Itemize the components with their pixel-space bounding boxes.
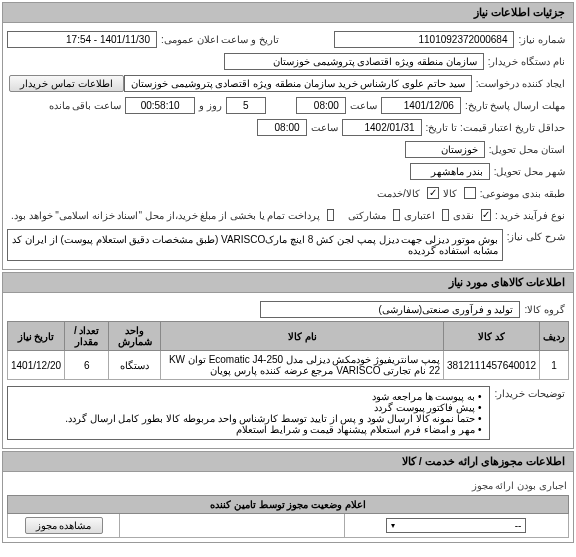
license-table: اعلام وضعیت مجوز توسط تامین کننده -- ▾ م… — [7, 495, 569, 538]
credit-checkbox[interactable] — [442, 209, 449, 221]
licenses-body: اجباری بودن ارائه مجوز اعلام وضعیت مجوز … — [3, 472, 573, 542]
cb2-label: کالا/خدمت — [373, 188, 424, 199]
creator-label: ایجاد کننده درخواست: — [472, 78, 569, 89]
col-row: ردیف — [540, 322, 569, 351]
goods-table: ردیف کد کالا نام کالا واحد شمارش تعداد /… — [7, 321, 569, 380]
province-value: خوزستان — [405, 141, 485, 158]
deadline-label: مهلت ارسال پاسخ تاریخ: — [461, 100, 569, 111]
cell-date: 1401/12/20 — [8, 351, 65, 380]
mandatory-label: اجباری بودن ارائه مجوز — [7, 476, 569, 495]
need-info-body: شماره نیاز: 1101092372000684 تاریخ و ساع… — [3, 23, 573, 269]
buyer-notes-label: توضیحات خریدار: — [490, 384, 569, 399]
bullet-item: به پیوست ها مراجعه شود — [16, 391, 481, 402]
supply-method-label: طبقه بندی موضوعی: — [476, 188, 569, 199]
announce-label: تاریخ و ساعت اعلان عمومی: — [157, 34, 283, 45]
announce-value: 1401/11/30 - 17:54 — [7, 31, 157, 48]
bt1-label: نقدی — [449, 210, 478, 221]
time-label-2: ساعت — [307, 122, 342, 133]
goods-header: اطلاعات کالاهای مورد نیاز — [3, 273, 573, 293]
goods-body: گروه کالا: تولید و فرآوری صنعتی(سفارشی) … — [3, 293, 573, 448]
group-value: تولید و فرآوری صنعتی(سفارشی) — [260, 301, 520, 318]
remain-label: ساعت باقی مانده — [45, 100, 126, 111]
goods-checkbox[interactable] — [464, 187, 476, 199]
buyer-label: نام دستگاه خریدار: — [484, 56, 569, 67]
goods-service-checkbox[interactable] — [427, 187, 439, 199]
treasury-note-checkbox[interactable] — [327, 209, 334, 221]
city-label: شهر محل تحویل: — [490, 166, 569, 177]
province-label: استان محل تحویل: — [485, 144, 569, 155]
bullet-item: پیش فاکتور پیوست گردد — [16, 402, 481, 413]
col-name: نام کالا — [161, 322, 444, 351]
select-value: -- — [515, 520, 522, 531]
cb1-label: کالا — [439, 188, 461, 199]
bullet-item: حتما نمونه کالا ارسال شود و پس از تایید … — [16, 413, 481, 424]
license-status-select[interactable]: -- ▾ — [386, 518, 526, 533]
chevron-down-icon: ▾ — [391, 521, 395, 530]
buyer-value: سازمان منطقه ویژه اقتصادی پتروشیمی خوزست… — [224, 53, 484, 70]
city-value: بندر ماهشهر — [410, 163, 490, 180]
need-no-value: 1101092372000684 — [334, 31, 514, 48]
col-qty: تعداد / مقدار — [65, 322, 109, 351]
buy-type-label: نوع فرآیند خرید : — [491, 210, 569, 221]
cash-checkbox[interactable] — [481, 209, 491, 221]
time-label-1: ساعت — [346, 100, 381, 111]
buyer-notes-box: به پیوست ها مراجعه شود پیش فاکتور پیوست … — [7, 386, 490, 440]
license-row: -- ▾ مشاهده مجوز — [8, 514, 569, 538]
cell-row: 1 — [540, 351, 569, 380]
need-no-label: شماره نیاز: — [514, 34, 569, 45]
table-header-row: ردیف کد کالا نام کالا واحد شمارش تعداد /… — [8, 322, 569, 351]
desc-label: شرح کلی نیاز: — [503, 227, 569, 242]
creator-value: سید حاتم علوی کارشناس خرید سازمان منطقه … — [124, 75, 472, 92]
lic-status-header: اعلام وضعیت مجوز توسط تامین کننده — [8, 496, 569, 514]
validity-time: 08:00 — [257, 119, 307, 136]
licenses-header: اطلاعات مجوزهای ارائه خدمت / کالا — [3, 452, 573, 472]
need-info-header: جزئیات اطلاعات نیاز — [3, 3, 573, 23]
bt3-label: مشارکتی — [344, 210, 390, 221]
bullet-item: مهر و امضاء فرم استعلام پیشنهاد قیمت و ش… — [16, 424, 481, 435]
cell-unit: دستگاه — [109, 351, 161, 380]
deadline-date: 1401/12/06 — [381, 97, 461, 114]
licenses-panel: اطلاعات مجوزهای ارائه خدمت / کالا اجباری… — [2, 451, 574, 543]
cell-qty: 6 — [65, 351, 109, 380]
deadline-time: 08:00 — [296, 97, 346, 114]
cell-code: 3812111457640012 — [444, 351, 540, 380]
days-remaining: 5 — [226, 97, 266, 114]
need-info-panel: جزئیات اطلاعات نیاز شماره نیاز: 11010923… — [2, 2, 574, 270]
validity-date: 1402/01/31 — [342, 119, 422, 136]
contact-buyer-button[interactable]: اطلاعات تماس خریدار — [9, 75, 124, 92]
need-description: بوش موتور دیزلی جهت دیزل پمپ لجن کش 8 ای… — [7, 229, 503, 261]
table-row: 1 3812111457640012 پمپ سانتریفیوژ خودمکش… — [8, 351, 569, 380]
view-license-button[interactable]: مشاهده مجوز — [25, 517, 103, 534]
cell-name: پمپ سانتریفیوژ خودمکش دیزلی مدل Ecomatic… — [161, 351, 444, 380]
group-label: گروه کالا: — [520, 304, 569, 315]
col-date: تاریخ نیاز — [8, 322, 65, 351]
col-unit: واحد شمارش — [109, 322, 161, 351]
goods-panel: اطلاعات کالاهای مورد نیاز گروه کالا: تول… — [2, 272, 574, 449]
treasury-note-text: پرداخت تمام یا بخشی از مبلغ خرید،از محل … — [7, 210, 324, 221]
col-code: کد کالا — [444, 322, 540, 351]
bt2-label: اعتباری — [400, 210, 439, 221]
validity-label: حداقل تاریخ اعتبار قیمت: تا تاریخ: — [422, 122, 569, 133]
days-label: روز و — [195, 100, 226, 111]
time-remaining: 00:58:10 — [125, 97, 195, 114]
partnership-checkbox[interactable] — [393, 209, 400, 221]
